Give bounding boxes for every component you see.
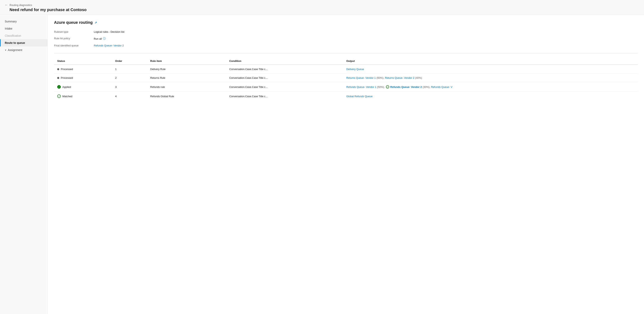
returns-queue-vendor2-link[interactable]: Returns Queue- Vendor 2 xyxy=(385,76,414,79)
external-link-icon[interactable]: ↗ xyxy=(94,21,97,24)
delivery-queue-link[interactable]: Delivery Queue xyxy=(346,68,364,71)
final-queue-value: Refunds Queue- Vendor 2 xyxy=(94,43,638,48)
breadcrumb-text: Routing diagnostics xyxy=(10,3,32,6)
sidebar-item-classification: Classification xyxy=(0,32,48,39)
info-grid: Ruleset type Logical rules - Decision li… xyxy=(54,29,638,48)
info-icon[interactable]: ⓘ xyxy=(103,37,106,40)
output-separator: (50%), xyxy=(377,86,384,88)
row4-condition: Conversation.Case.Case Title c... xyxy=(226,92,343,101)
status-label: Processed xyxy=(61,68,73,71)
refunds-queue-vendor1-link[interactable]: Refunds Queue- Vendor 1 xyxy=(346,86,376,88)
sidebar-item-summary[interactable]: Summary xyxy=(0,18,48,25)
row2-order: 2 xyxy=(112,74,147,82)
ruleset-type-value: Logical rules - Decision list xyxy=(94,29,638,34)
status-check-outline-icon: ✓ xyxy=(57,94,61,98)
col-rule-item: Rule item xyxy=(147,57,226,65)
main-layout: Summary Intake Classification Route to q… xyxy=(0,15,644,314)
chevron-down-icon: ∨ xyxy=(5,49,6,51)
row1-status: Processed xyxy=(54,65,112,74)
sidebar-intake-label: Intake xyxy=(5,27,12,30)
table-row: ✓ Applied 3 Refunds rule Conversation.Ca… xyxy=(54,82,638,92)
rule-hit-policy-label: Rule hit policy xyxy=(54,36,94,41)
status-label: Applied xyxy=(62,86,71,88)
table-row: ✓ Matched 4 Refunds Global Rule Conversa… xyxy=(54,92,638,101)
header: ← Routing diagnostics Need refund for my… xyxy=(0,0,644,15)
divider xyxy=(54,53,638,54)
row2-output: Returns Queue- Vendor 1 (60%), Returns Q… xyxy=(343,74,638,82)
row2-rule-item: Returns Rule xyxy=(147,74,226,82)
row3-status: ✓ Applied xyxy=(54,82,112,92)
sidebar-summary-label: Summary xyxy=(5,20,17,23)
sidebar-route-label: Route to queue xyxy=(5,41,25,44)
row3-rule-item: Refunds rule xyxy=(147,82,226,92)
returns-queue-vendor1-link[interactable]: Returns Queue- Vendor 1 xyxy=(346,76,376,79)
rule-hit-policy-value: Run all ⓘ xyxy=(94,36,638,41)
sidebar-assignment-label: Assignment xyxy=(8,48,22,52)
sidebar-item-assignment[interactable]: ∨ Assignment xyxy=(0,46,48,54)
col-output: Output xyxy=(343,57,638,65)
status-label: Matched xyxy=(62,95,72,98)
row1-output: Delivery Queue xyxy=(343,65,638,74)
refunds-queue-vendor2-link[interactable]: Refunds Queue- Vendor 2 xyxy=(390,86,422,88)
table-header-row: Status Order Rule item Condition Output xyxy=(54,57,638,65)
global-refunds-queue-link[interactable]: Global Refunds Queue xyxy=(346,95,372,98)
table-row: Processed 1 Delivery Rule Conversation.C… xyxy=(54,65,638,74)
row1-order: 1 xyxy=(112,65,147,74)
row4-output: Global Refunds Queue xyxy=(343,92,638,101)
row2-condition: Conversation.Case.Case Title c... xyxy=(226,74,343,82)
output-separator: (40%) xyxy=(415,76,422,79)
back-button[interactable]: ← xyxy=(5,3,8,7)
row3-output: Refunds Queue- Vendor 1 (50%), ✓ Refunds… xyxy=(343,82,638,92)
col-order: Order xyxy=(112,57,147,65)
final-queue-label: Final identified queue xyxy=(54,43,94,48)
section-title-text: Azure queue routing xyxy=(54,20,92,25)
row3-order: 3 xyxy=(112,82,147,92)
row4-order: 4 xyxy=(112,92,147,101)
sidebar: Summary Intake Classification Route to q… xyxy=(0,15,48,314)
breadcrumb: ← Routing diagnostics xyxy=(5,3,639,7)
row4-status: ✓ Matched xyxy=(54,92,112,101)
section-header: Azure queue routing ↗ xyxy=(54,20,638,25)
row3-condition: Conversation.Case.Case Title c... xyxy=(226,82,343,92)
ruleset-type-label: Ruleset type xyxy=(54,29,94,34)
sidebar-item-route-to-queue[interactable]: Route to queue xyxy=(0,39,48,46)
sidebar-item-intake[interactable]: Intake xyxy=(0,25,48,32)
inline-check-icon: ✓ xyxy=(386,85,389,88)
app-container: ← Routing diagnostics Need refund for my… xyxy=(0,0,644,314)
output-separator: (60%), xyxy=(376,76,384,79)
status-label: Processed xyxy=(61,76,73,79)
row1-condition: Conversation.Case.Case Title c... xyxy=(226,65,343,74)
final-queue-link[interactable]: Refunds Queue- Vendor 2 xyxy=(94,44,124,47)
row2-status: Processed xyxy=(54,74,112,82)
page-title: Need refund for my purchase at Contoso xyxy=(5,7,639,12)
status-dot-icon xyxy=(57,77,59,79)
col-status: Status xyxy=(54,57,112,65)
rules-table: Status Order Rule item Condition Output xyxy=(54,57,638,101)
status-check-filled-icon: ✓ xyxy=(57,85,61,89)
row4-rule-item: Refunds Global Rule xyxy=(147,92,226,101)
content-area: Azure queue routing ↗ Ruleset type Logic… xyxy=(48,15,644,314)
refunds-queue-v-link[interactable]: Refunds Queue- V xyxy=(431,86,452,88)
row1-rule-item: Delivery Rule xyxy=(147,65,226,74)
col-condition: Condition xyxy=(226,57,343,65)
table-row: Processed 2 Returns Rule Conversation.Ca… xyxy=(54,74,638,82)
output-separator: (30%), xyxy=(422,86,430,88)
sidebar-classification-label: Classification xyxy=(5,34,21,37)
status-dot-icon xyxy=(57,68,59,70)
